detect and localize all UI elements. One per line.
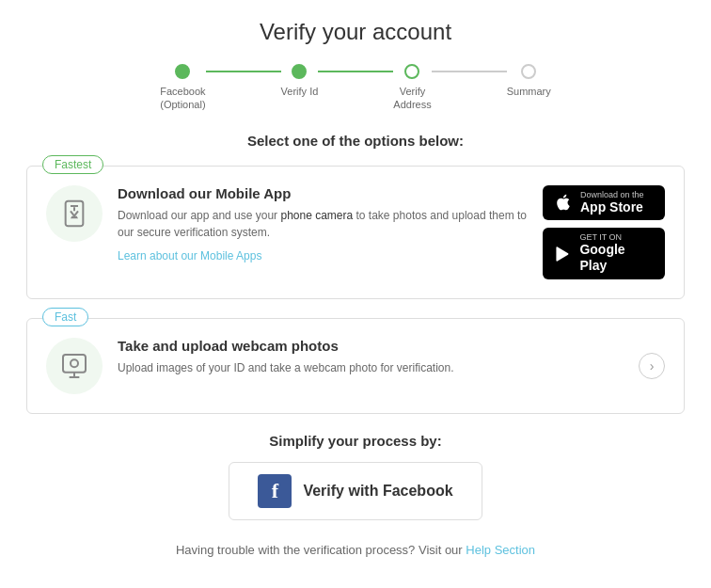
mobile-app-icon-box xyxy=(46,185,103,242)
webcam-chevron[interactable]: › xyxy=(639,353,665,379)
webcam-title: Take and upload webcam photos xyxy=(118,338,624,354)
google-play-icon xyxy=(554,245,572,263)
webcam-card: Fast Take and upload webcam photos Uploa… xyxy=(26,318,685,414)
mobile-app-link[interactable]: Learn about our Mobile Apps xyxy=(118,249,261,262)
mobile-app-desc: Download our app and use your phone came… xyxy=(118,207,528,241)
mobile-app-title: Download our Mobile App xyxy=(118,185,528,201)
app-store-button[interactable]: Download on the App Store xyxy=(543,185,665,221)
connector-1 xyxy=(206,71,281,72)
store-buttons: Download on the App Store GET IT ON Goog… xyxy=(543,185,665,279)
app-store-main: App Store xyxy=(580,199,644,215)
facebook-icon: f xyxy=(258,474,292,508)
step-summary: Summary xyxy=(507,64,551,98)
progress-steps: Facebook(Optional) Verify Id VerifyAddre… xyxy=(160,64,550,112)
webcam-icon-box xyxy=(46,338,103,394)
fastest-badge: Fastest xyxy=(42,155,103,174)
connector-3 xyxy=(432,71,507,72)
step-dot-summary xyxy=(521,64,536,79)
app-store-sub: Download on the xyxy=(580,191,644,199)
apple-icon xyxy=(554,193,573,212)
step-dot-facebook xyxy=(175,64,190,79)
step-label-verify-address: VerifyAddress xyxy=(393,85,431,112)
svg-point-5 xyxy=(71,359,78,367)
mobile-app-card: Fastest Download our Mobile App Download… xyxy=(26,166,685,299)
step-label-verify-id: Verify Id xyxy=(281,85,319,98)
google-play-main: Google Play xyxy=(579,242,654,274)
svg-rect-0 xyxy=(66,200,84,226)
mobile-phone-icon xyxy=(59,199,89,229)
facebook-verify-button[interactable]: f Verify with Facebook xyxy=(229,462,482,520)
help-text: Having trouble with the verification pro… xyxy=(176,543,535,557)
fast-badge: Fast xyxy=(42,308,88,326)
google-play-sub: GET IT ON xyxy=(579,233,654,242)
step-facebook: Facebook(Optional) xyxy=(160,64,205,112)
webcam-desc: Upload images of your ID and take a webc… xyxy=(118,359,624,376)
facebook-btn-label: Verify with Facebook xyxy=(303,483,452,500)
select-options-label: Select one of the options below: xyxy=(247,133,464,149)
svg-rect-4 xyxy=(63,355,86,373)
google-play-button[interactable]: GET IT ON Google Play xyxy=(543,228,665,279)
help-section-link[interactable]: Help Section xyxy=(466,543,535,557)
page-title: Verify your account xyxy=(260,19,451,45)
simplify-label: Simplify your process by: xyxy=(269,433,441,449)
step-label-facebook: Facebook(Optional) xyxy=(160,85,205,112)
google-play-text: GET IT ON Google Play xyxy=(579,233,654,274)
step-verify-address: VerifyAddress xyxy=(393,64,431,112)
step-verify-id: Verify Id xyxy=(281,64,319,98)
app-store-text: Download on the App Store xyxy=(580,191,644,215)
webcam-icon xyxy=(59,351,89,381)
step-label-summary: Summary xyxy=(507,85,551,98)
step-dot-verify-address xyxy=(404,64,419,79)
step-dot-verify-id xyxy=(292,64,307,79)
connector-2 xyxy=(318,71,393,72)
